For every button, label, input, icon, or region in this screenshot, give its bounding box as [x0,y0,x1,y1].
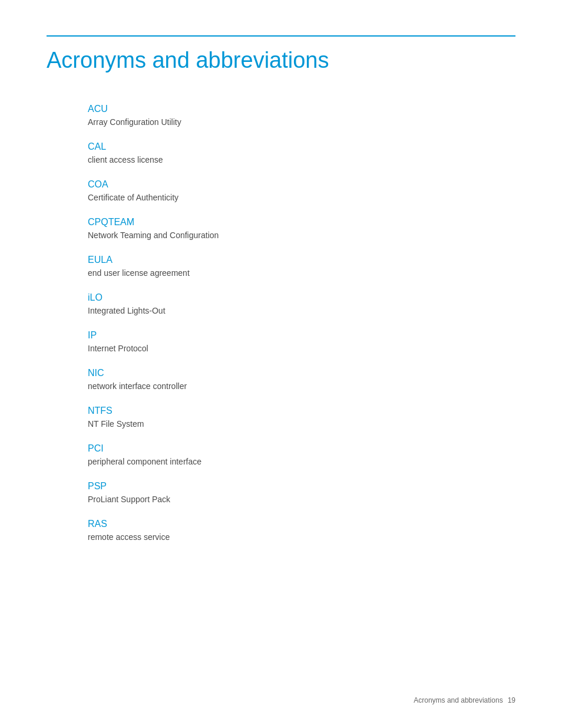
acronym-term: PCI [88,443,515,454]
acronym-definition: Certificate of Authenticity [88,192,515,204]
footer-label: Acronyms and abbreviations [414,696,503,704]
acronym-entry: IPInternet Protocol [88,330,515,355]
acronym-entry: CPQTEAMNetwork Teaming and Configuration [88,217,515,242]
acronym-term: RAS [88,519,515,529]
acronym-entry: NTFSNT File System [88,406,515,430]
acronym-definition: NT File System [88,418,515,430]
acronym-definition: Internet Protocol [88,342,515,355]
acronym-entry: EULAend user license agreement [88,255,515,279]
acronym-entry: PCIperipheral component interface [88,443,515,468]
acronym-definition: Network Teaming and Configuration [88,229,515,242]
footer-page-number: 19 [508,696,515,704]
acronym-entry: RASremote access service [88,519,515,543]
acronym-definition: Integrated Lights-Out [88,305,515,317]
acronym-term: CAL [88,141,515,152]
acronym-entry: iLOIntegrated Lights-Out [88,292,515,317]
acronym-term: NTFS [88,406,515,416]
acronym-term: NIC [88,368,515,378]
acronym-entry: CALclient access license [88,141,515,166]
acronym-definition: end user license agreement [88,267,515,279]
acronym-entry: ACUArray Configuration Utility [88,104,515,129]
acronym-entry: COACertificate of Authenticity [88,179,515,204]
page-container: Acronyms and abbreviations ACUArray Conf… [0,0,562,604]
acronym-definition: network interface controller [88,380,515,393]
acronym-term: CPQTEAM [88,217,515,228]
acronym-term: EULA [88,255,515,265]
footer: Acronyms and abbreviations 19 [414,696,515,704]
page-title: Acronyms and abbreviations [47,47,515,74]
acronym-term: PSP [88,481,515,492]
acronym-term: IP [88,330,515,341]
acronym-definition: Array Configuration Utility [88,116,515,129]
top-rule [47,35,515,37]
acronym-definition: ProLiant Support Pack [88,493,515,506]
acronym-definition: remote access service [88,531,515,543]
acronym-definition: peripheral component interface [88,456,515,468]
acronym-entry: PSPProLiant Support Pack [88,481,515,506]
acronym-term: COA [88,179,515,190]
acronym-term: ACU [88,104,515,114]
acronym-definition: client access license [88,154,515,166]
acronym-term: iLO [88,292,515,303]
acronym-entry: NICnetwork interface controller [88,368,515,393]
acronym-list: ACUArray Configuration UtilityCALclient … [88,104,515,543]
